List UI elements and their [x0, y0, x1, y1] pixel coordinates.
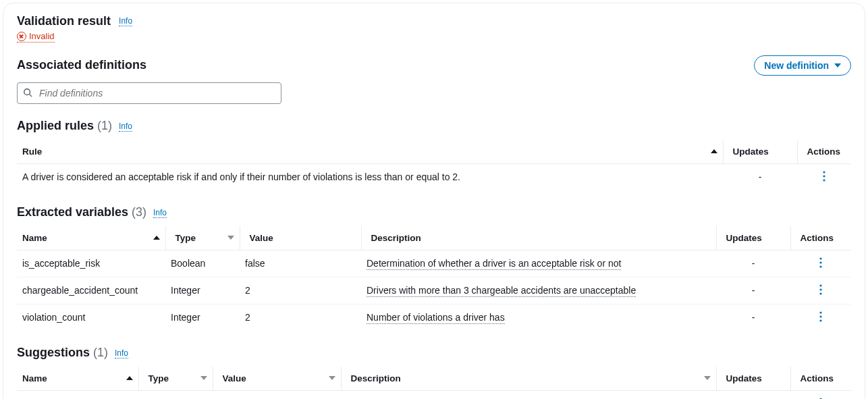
sort-asc-icon — [153, 236, 160, 240]
extracted-header: Extracted variables (3) Info — [17, 205, 851, 219]
svg-point-13 — [819, 319, 821, 321]
updates-cell: - — [716, 304, 790, 331]
col-type[interactable]: Type — [165, 226, 240, 250]
info-link[interactable]: Info — [119, 16, 132, 26]
applied-rules-header: Applied rules (1) Info — [17, 119, 851, 133]
col-description[interactable]: Description — [361, 226, 716, 250]
sort-desc-icon — [200, 376, 207, 380]
sort-asc-icon — [711, 149, 717, 153]
search-input[interactable] — [17, 82, 281, 104]
var-name: chargeable_accident_count — [17, 277, 165, 304]
svg-point-6 — [819, 261, 821, 263]
col-value[interactable]: Value — [213, 367, 341, 391]
info-link[interactable]: Info — [153, 208, 167, 218]
table-row: is_acceptable_risk Boolean true Determin… — [17, 390, 851, 399]
suggestions-header: Suggestions (1) Info — [17, 346, 851, 360]
validation-header: Validation result Info — [17, 14, 851, 28]
var-name: is_acceptable_risk — [17, 250, 165, 277]
table-row: is_acceptable_risk Boolean false Determi… — [17, 250, 851, 277]
var-type: Integer — [165, 277, 240, 304]
svg-line-1 — [30, 94, 32, 97]
var-type: Boolean — [138, 390, 213, 399]
svg-point-5 — [819, 257, 821, 259]
var-desc: Number of violations a driver has — [367, 312, 505, 324]
svg-point-7 — [819, 265, 821, 267]
extracted-section: Extracted variables (3) Info Name Type — [17, 205, 851, 331]
var-value: 2 — [240, 277, 361, 304]
sort-desc-icon — [227, 236, 234, 240]
updates-cell: - — [716, 390, 790, 399]
extracted-table: Name Type Value Description Updates Acti… — [17, 226, 851, 331]
info-link[interactable]: Info — [115, 348, 128, 358]
status-badge: Invalid — [17, 31, 55, 43]
svg-point-3 — [823, 175, 825, 177]
chevron-down-icon — [834, 63, 841, 68]
applied-rules-section: Applied rules (1) Info Rule Updates Acti… — [17, 119, 851, 190]
new-definition-label: New definition — [764, 60, 829, 71]
table-row: violation_count Integer 2 Number of viol… — [17, 304, 851, 331]
svg-point-8 — [819, 284, 821, 286]
col-updates[interactable]: Updates — [716, 367, 790, 391]
col-actions: Actions — [797, 140, 851, 164]
col-name[interactable]: Name — [17, 367, 138, 391]
var-type: Boolean — [165, 250, 240, 277]
svg-point-0 — [24, 88, 30, 95]
suggestions-section: Suggestions (1) Info Name Type — [17, 346, 851, 400]
svg-point-12 — [819, 315, 821, 317]
updates-cell: - — [716, 250, 790, 277]
associated-header-row: Associated definitions New definition — [17, 55, 851, 76]
suggestions-table: Name Type Value — [17, 367, 851, 400]
svg-point-4 — [823, 179, 825, 181]
extracted-title: Extracted variables (3) — [17, 205, 146, 219]
status-label: Invalid — [29, 31, 55, 41]
row-actions-menu[interactable] — [823, 171, 825, 184]
col-rule[interactable]: Rule — [17, 140, 723, 164]
updates-cell: - — [723, 163, 797, 190]
col-actions: Actions — [790, 367, 851, 391]
search-icon — [23, 88, 32, 97]
var-desc: Determination of whether a driver is an … — [367, 258, 621, 270]
var-value: 2 — [240, 304, 361, 331]
sort-asc-icon — [126, 376, 133, 380]
col-updates[interactable]: Updates — [716, 226, 790, 250]
search-wrap — [17, 82, 281, 104]
svg-point-10 — [819, 292, 821, 294]
col-type[interactable]: Type — [138, 367, 213, 391]
info-link[interactable]: Info — [119, 122, 132, 132]
associated-title: Associated definitions — [17, 58, 146, 72]
row-actions-menu[interactable] — [819, 284, 822, 298]
var-value: true — [213, 390, 341, 399]
row-actions-menu[interactable] — [819, 311, 822, 325]
var-name: violation_count — [17, 304, 165, 331]
invalid-icon — [17, 32, 26, 41]
row-actions-menu[interactable] — [819, 257, 822, 271]
col-name[interactable]: Name — [17, 226, 165, 250]
new-definition-button[interactable]: New definition — [754, 55, 851, 76]
var-type: Integer — [165, 304, 240, 331]
svg-point-2 — [823, 171, 825, 173]
rule-text: A driver is considered an acceptable ris… — [17, 163, 723, 190]
svg-point-9 — [819, 288, 821, 290]
var-value: false — [240, 250, 361, 277]
sort-desc-icon — [704, 376, 711, 380]
var-name: is_acceptable_risk — [17, 390, 138, 399]
updates-cell: - — [716, 277, 790, 304]
col-updates[interactable]: Updates — [723, 140, 797, 164]
table-row: chargeable_accident_count Integer 2 Driv… — [17, 277, 851, 304]
applied-rules-table: Rule Updates Actions A driver is conside… — [17, 140, 851, 190]
page-title: Validation result — [17, 14, 111, 28]
table-row: A driver is considered an acceptable ris… — [17, 163, 851, 190]
validation-panel: Validation result Info Invalid Associate… — [3, 3, 865, 399]
col-actions: Actions — [790, 226, 851, 250]
svg-point-11 — [819, 311, 821, 313]
col-description[interactable]: Description — [341, 367, 716, 391]
applied-rules-title: Applied rules (1) — [17, 119, 112, 133]
sort-desc-icon — [329, 376, 335, 380]
var-desc: Drivers with more than 3 chargeable acci… — [367, 285, 636, 297]
suggestions-title: Suggestions (1) — [17, 346, 108, 360]
col-value[interactable]: Value — [240, 226, 361, 250]
